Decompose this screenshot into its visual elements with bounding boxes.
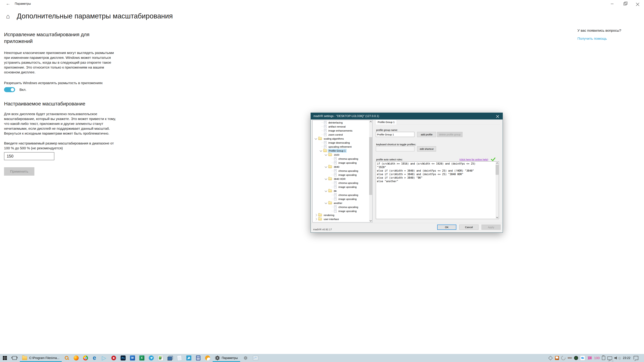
folder-icon <box>328 190 332 192</box>
tree-item-3840-hdr[interactable]: 3840 HDR <box>312 177 369 181</box>
online-help-link[interactable]: (click here for online help) <box>459 158 488 161</box>
tray-sync-icon[interactable] <box>574 356 578 360</box>
notepad-icon[interactable] <box>175 354 184 362</box>
madvr-close-icon[interactable] <box>494 113 502 119</box>
madvr-settings-tree: deinterlacingartifact removalimage enhan… <box>312 120 372 222</box>
word-icon[interactable] <box>128 354 137 362</box>
taskbar-task-explorer[interactable]: C:\Program Files\ma... <box>20 354 62 362</box>
chevron-expanded-icon[interactable] <box>314 137 317 140</box>
scroll-up-icon[interactable] <box>369 120 372 123</box>
action-center-icon[interactable] <box>634 356 638 360</box>
tray-cloud-icon[interactable] <box>580 356 585 360</box>
ok-button[interactable]: OK <box>437 225 456 230</box>
rules-editor[interactable]: if (srcWidth >= 1916) and (srcWidth <= 1… <box>376 161 499 219</box>
taskbar-task-settings[interactable]: Параметры <box>212 354 240 362</box>
tree-item-scaling-algorithms[interactable]: scaling algorithms <box>312 137 369 141</box>
chevron-expanded-icon[interactable] <box>325 177 327 180</box>
tree-item-image-upscaling[interactable]: image upscaling <box>312 185 369 189</box>
start-button[interactable] <box>0 354 10 362</box>
tree-item-another[interactable]: another <box>312 201 369 205</box>
photos-icon[interactable] <box>165 354 175 362</box>
add-profile-button[interactable]: add profile <box>417 132 436 137</box>
firefox-icon[interactable] <box>72 354 81 362</box>
tree-item-image-upscaling[interactable]: image upscaling <box>312 209 369 213</box>
orange-icon[interactable] <box>203 354 212 362</box>
rules-scrollbar[interactable] <box>496 162 498 219</box>
close-icon[interactable] <box>631 0 644 8</box>
tray-diamond-icon[interactable] <box>548 356 553 360</box>
tab-profile-group-1[interactable]: Profile Group 1 <box>376 119 397 124</box>
chevron-expanded-icon[interactable] <box>320 149 322 152</box>
scroll-down-icon[interactable] <box>369 219 372 222</box>
madvr-tray-icon[interactable]: MAD <box>568 357 572 359</box>
tree-item-8k[interactable]: 8K <box>312 189 369 193</box>
chrome-icon[interactable] <box>81 354 90 362</box>
rules-text[interactable]: if (srcWidth >= 1916) and (srcWidth <= 1… <box>377 162 495 218</box>
tray-ring-icon[interactable] <box>560 355 566 361</box>
tree-item-3840[interactable]: 3840 <box>312 165 369 169</box>
fix-blur-toggle[interactable] <box>4 87 15 92</box>
chevron-expanded-icon[interactable] <box>325 153 327 156</box>
tree-item-image-upscaling[interactable]: image upscaling <box>312 173 369 177</box>
rules-scrollbar-thumb[interactable] <box>496 165 498 175</box>
tree-item-zoom-control[interactable]: zoom control <box>312 133 369 137</box>
madvr-titlebar[interactable]: madVR settings - "DESKTOP-UJLO3IQ" (127.… <box>311 113 502 119</box>
volume-icon[interactable] <box>614 356 620 360</box>
chevron-expanded-icon[interactable] <box>325 189 327 192</box>
tree-item-upscaling-refinement[interactable]: upscaling refinement <box>312 145 369 149</box>
tree-item-image-upscaling[interactable]: image upscaling <box>312 197 369 201</box>
background-gears-icon[interactable] <box>240 354 250 362</box>
ps-icon[interactable] <box>118 354 128 362</box>
chevron-expanded-icon[interactable] <box>325 165 327 168</box>
edit-shortcut-button[interactable]: edit shortcut <box>417 146 436 151</box>
excel-icon[interactable] <box>137 354 146 362</box>
tree-item-image-enhancements[interactable]: image enhancements <box>312 129 369 133</box>
vedit-icon[interactable] <box>156 354 165 362</box>
tree-scrollbar[interactable] <box>369 120 372 222</box>
tree-item-artifact-removal[interactable]: artifact removal <box>312 124 369 129</box>
search-icon[interactable] <box>62 354 72 362</box>
camred-icon[interactable] <box>109 354 118 362</box>
scroll-down-icon[interactable] <box>496 216 498 219</box>
usb-device-icon[interactable] <box>602 356 605 360</box>
restore-icon[interactable] <box>618 0 631 8</box>
tray-files-icon[interactable] <box>555 356 559 360</box>
performance-monitor-icon[interactable] <box>250 354 260 362</box>
tree-item-deinterlacing[interactable]: deinterlacing <box>312 120 369 124</box>
media-icon[interactable] <box>184 354 194 362</box>
chevron-collapsed-icon[interactable] <box>314 214 317 216</box>
tree-item-image-downscaling[interactable]: image downscaling <box>312 141 369 145</box>
chevron-expanded-icon[interactable] <box>325 201 327 204</box>
tree-item-rendering[interactable]: rendering <box>312 213 369 217</box>
play-icon[interactable] <box>100 354 109 362</box>
taskbar-clock[interactable]: 23:22 <box>623 356 630 360</box>
tree-scrollbar-thumb[interactable] <box>369 137 372 195</box>
tree-item-chroma-upscaling[interactable]: chroma upscaling <box>312 169 369 173</box>
minimize-icon[interactable] <box>606 0 618 8</box>
tree-item-user-interface[interactable]: user interface <box>312 217 369 221</box>
tree-item-chroma-upscaling[interactable]: chroma upscaling <box>312 181 369 185</box>
keyboard-shortcut-input[interactable] <box>376 146 414 151</box>
telegram-icon[interactable] <box>146 354 156 362</box>
apply-button[interactable]: Применить <box>4 167 34 176</box>
tree-item-label: chroma upscaling <box>338 181 359 185</box>
tree-item-chroma-upscaling[interactable]: chroma upscaling <box>312 193 369 197</box>
tree-item-image-upscaling[interactable]: image upscaling <box>312 161 369 165</box>
tray-value-bars[interactable]: 100 <box>588 356 592 360</box>
chevron-collapsed-icon[interactable] <box>314 218 317 220</box>
edge-icon[interactable] <box>90 354 100 362</box>
scroll-up-icon[interactable] <box>496 162 498 165</box>
tree-item-profile-group-1[interactable]: Profile Group 1 <box>312 149 369 153</box>
tree-item-chroma-upscaling[interactable]: chroma upscaling <box>312 157 369 161</box>
tray-value-text[interactable]: 100 <box>594 356 600 360</box>
tree-item-label: 3840 <box>333 165 340 168</box>
cancel-button[interactable]: Cancel <box>459 225 478 230</box>
network-icon[interactable] <box>608 357 612 360</box>
task-view-button[interactable] <box>10 354 20 362</box>
custom-scale-input[interactable] <box>4 152 54 160</box>
tree-item-chroma-upscaling[interactable]: chroma upscaling <box>312 205 369 209</box>
calc-icon[interactable] <box>194 354 203 362</box>
profile-group-name-input[interactable] <box>376 132 414 137</box>
get-help-link[interactable]: Получить помощь <box>578 36 621 40</box>
tree-item-1920[interactable]: 1920 <box>312 153 369 157</box>
